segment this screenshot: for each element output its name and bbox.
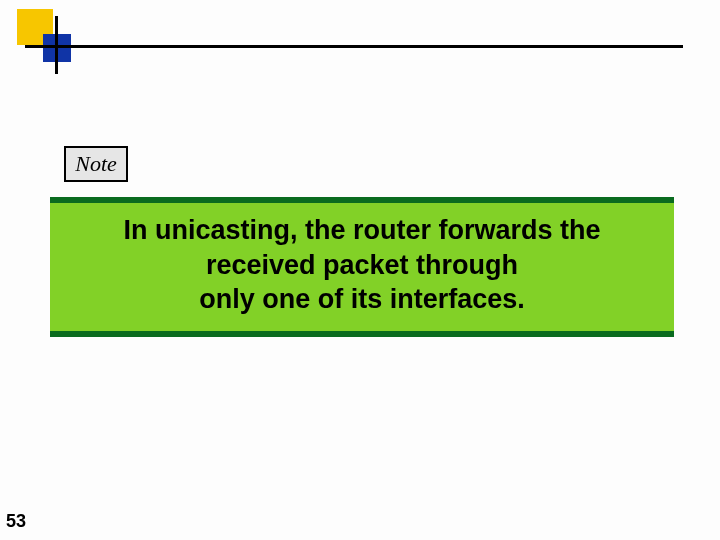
callout-bottom-bar bbox=[50, 331, 674, 337]
callout-body: In unicasting, the router forwards the r… bbox=[50, 203, 674, 331]
decor-vertical-line bbox=[55, 16, 58, 74]
decor-horizontal-line bbox=[25, 45, 683, 48]
page-number: 53 bbox=[6, 511, 26, 532]
note-box: Note bbox=[64, 146, 128, 182]
callout-line-3: only one of its interfaces. bbox=[58, 282, 666, 317]
callout-line-2: received packet through bbox=[58, 248, 666, 283]
callout: In unicasting, the router forwards the r… bbox=[50, 197, 674, 337]
note-label: Note bbox=[75, 151, 117, 177]
callout-line-1: In unicasting, the router forwards the bbox=[58, 213, 666, 248]
